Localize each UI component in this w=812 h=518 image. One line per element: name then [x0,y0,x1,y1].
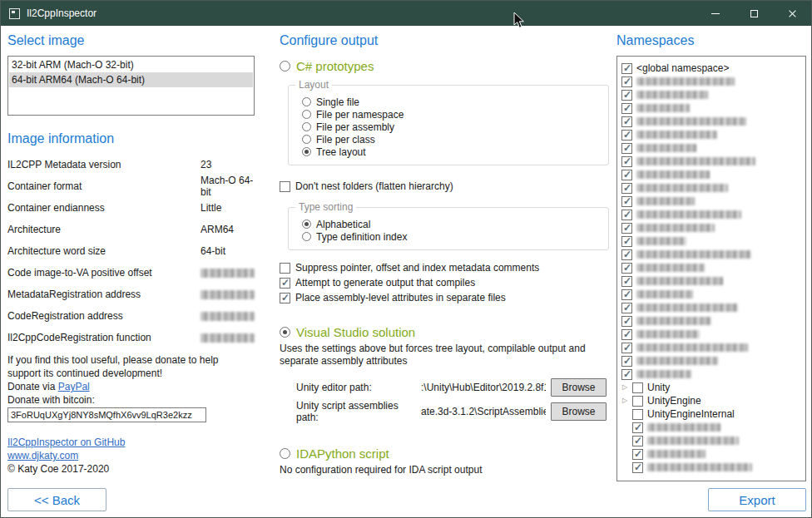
namespace-item[interactable] [621,234,801,248]
image-list[interactable]: 32-bit ARM (Mach-O 32-bit)64-bit ARM64 (… [7,56,255,116]
paypal-link[interactable]: PayPal [58,381,90,392]
namespace-item[interactable] [621,301,801,314]
namespace-label-redacted [636,157,755,165]
namespace-item[interactable] [621,368,801,381]
expander-icon[interactable]: ▷ [621,394,628,407]
export-button[interactable]: Export [708,488,806,511]
bitcoin-label: Donate with bitcoin: [7,393,255,407]
namespace-item[interactable]: ▷UnityEngine [621,394,801,407]
minimize-icon [711,13,720,14]
radio-option[interactable]: Tree layout [295,146,600,158]
info-value: ARM64 [201,224,234,235]
browse-script-button[interactable]: Browse [551,402,607,421]
info-row: MetadataRegistration address [7,284,255,305]
info-label: IL2CPP Metadata version [7,159,201,170]
info-row: Container endiannessLittle [7,197,255,219]
checkbox-label: Suppress pointer, offset and index metad… [295,262,539,274]
info-label: CodeRegistration address [7,310,201,322]
close-button[interactable] [773,1,811,26]
radio-option[interactable]: File per namespace [295,108,600,121]
flatten-checkbox[interactable]: Don't nest folders (flatten hierarchy) [280,179,609,194]
namespace-item[interactable] [621,354,801,368]
back-button[interactable]: << Back [7,488,106,511]
namespace-item[interactable] [621,88,801,101]
namespace-label-redacted [636,357,718,365]
namespace-item[interactable] [621,314,801,328]
namespace-item[interactable] [621,261,801,274]
checkbox-icon [621,143,632,154]
namespace-item[interactable] [621,141,801,155]
info-value: Little [201,202,221,214]
namespace-label-redacted [636,197,695,205]
namespace-item[interactable] [621,208,801,221]
radio-option[interactable]: File per assembly [295,121,600,133]
radio-icon [302,135,311,144]
layout-group-label: Layout [295,79,332,91]
namespace-item[interactable] [621,447,801,461]
website-link[interactable]: www.djkaty.com [7,449,255,462]
namespace-item[interactable] [621,128,801,141]
expander-icon[interactable]: ▷ [621,381,628,394]
namespace-item[interactable] [621,288,801,301]
maximize-button[interactable] [735,1,773,26]
radio-option-label: File per assembly [316,121,394,133]
checkbox-icon [621,130,632,141]
donate-via-label: Donate via [7,381,58,392]
namespace-item[interactable] [621,75,801,88]
namespace-item[interactable] [621,248,801,261]
namespace-item[interactable] [621,168,801,181]
configure-output-panel: Configure output C# prototypes Layout Si… [280,32,609,476]
csharp-prototypes-label: C# prototypes [296,59,374,73]
option-checkbox[interactable]: Suppress pointer, offset and index metad… [280,260,609,275]
namespace-label-redacted [636,91,708,99]
namespace-item[interactable] [621,115,801,128]
radio-option-label: Type definition index [316,231,407,243]
namespace-item[interactable] [621,434,801,447]
browse-editor-button[interactable]: Browse [551,378,607,397]
csharp-prototypes-radio[interactable]: C# prototypes [280,59,609,73]
checkbox-icon [632,409,643,420]
radio-option[interactable]: Alphabetical [295,218,600,230]
namespace-label-redacted [636,317,711,325]
namespace-label-redacted [636,170,710,179]
namespace-item[interactable] [621,181,801,195]
radio-option[interactable]: Type definition index [295,230,600,243]
namespace-label-redacted [647,450,706,458]
info-value: 23 [201,159,211,170]
checkbox-icon [621,183,632,194]
radio-option[interactable]: Single file [295,96,600,108]
namespace-list[interactable]: <global namespace>▷Unity▷UnityEngineUnit… [616,56,806,481]
idapython-radio[interactable]: IDAPython script [280,446,609,461]
namespace-item[interactable]: UnityEngineInternal [621,407,801,421]
mouse-cursor [513,12,526,30]
namespace-item[interactable] [621,101,801,115]
info-row: Il2CppCodeRegistration function [7,327,255,348]
checkbox-icon [621,303,632,313]
namespace-item[interactable] [621,274,801,288]
image-list-item[interactable]: 64-bit ARM64 (Mach-O 64-bit) [9,72,253,87]
namespace-item[interactable] [621,328,801,341]
checkbox-icon [280,278,290,289]
option-checkbox[interactable]: Place assembly-level attributes in separ… [280,290,609,305]
visual-studio-radio[interactable]: Visual Studio solution [280,325,609,339]
namespace-item[interactable] [621,461,801,474]
minimize-button[interactable] [696,1,735,26]
checkbox-label: Attempt to generate output that compiles [295,277,475,289]
checkbox-icon [632,436,643,446]
namespace-item[interactable] [621,155,801,168]
namespace-item[interactable] [621,221,801,234]
info-row: CodeRegistration address [7,305,255,327]
image-list-item[interactable]: 32-bit ARM (Mach-O 32-bit) [9,57,253,72]
layout-options: Single fileFile per namespaceFile per as… [295,96,600,158]
namespace-item[interactable]: ▷Unity [621,381,801,394]
option-checkbox[interactable]: Attempt to generate output that compiles [280,275,609,290]
info-label: Container format [7,180,201,192]
left-panel: Select image 32-bit ARM (Mach-O 32-bit)6… [7,32,255,476]
namespace-item[interactable] [621,341,801,354]
namespace-item[interactable] [621,195,801,208]
github-link[interactable]: Il2CppInspector on GitHub [7,436,255,449]
namespace-item[interactable]: <global namespace> [621,62,801,75]
namespace-item[interactable] [621,421,801,434]
radio-option[interactable]: File per class [295,133,600,146]
bitcoin-address-input[interactable] [7,407,206,422]
